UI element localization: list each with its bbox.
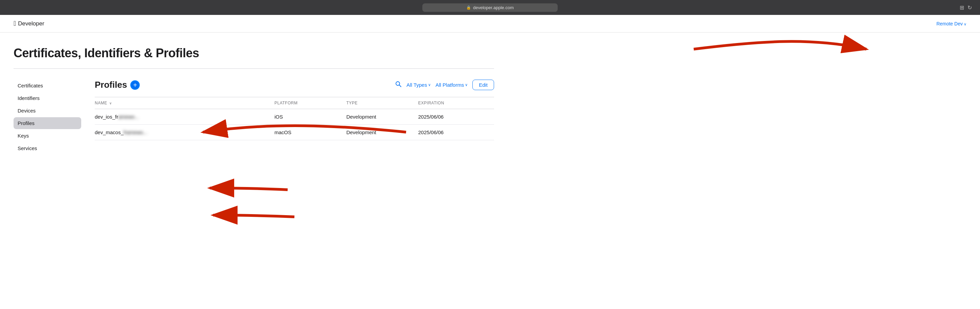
browser-controls: ⊞ ↻	[960, 5, 972, 11]
col-platform: PLATFORM	[274, 97, 346, 109]
profiles-table: NAME ∨ PLATFORM TYPE EXPIRATION	[95, 97, 494, 140]
row-2-name: dev_macos_framewo...	[95, 125, 274, 140]
main-area: Profiles + All Types	[88, 80, 494, 155]
plus-icon: +	[133, 82, 137, 88]
section-title-group: Profiles +	[95, 80, 140, 90]
add-profile-button[interactable]: +	[130, 80, 140, 90]
all-types-label: All Types	[406, 82, 427, 88]
row-2-type: Development	[346, 125, 418, 140]
top-nav:  Developer Remote Dev	[0, 15, 980, 32]
sidebar-item-devices[interactable]: Devices	[14, 105, 81, 117]
name-sort-icon[interactable]: ∨	[109, 101, 112, 105]
sidebar-item-services[interactable]: Services	[14, 142, 81, 154]
row-2-expiration: 2025/06/06	[418, 125, 494, 140]
col-name-label: NAME	[95, 101, 107, 106]
all-platforms-chevron: ∨	[465, 83, 468, 87]
row-2-name-blurred: framewo...	[124, 130, 147, 135]
page-content: Certificates, Identifiers & Profiles Cer…	[0, 32, 508, 168]
col-type: TYPE	[346, 97, 418, 109]
all-platforms-label: All Platforms	[436, 82, 464, 88]
apple-logo:  Developer	[14, 20, 45, 27]
all-platforms-filter[interactable]: All Platforms ∨	[436, 82, 468, 88]
brand-name: Developer	[18, 20, 45, 27]
section-header: Profiles + All Types	[95, 80, 494, 90]
row-1-name-visible: dev_ios_fr	[95, 114, 118, 120]
row-2-name-visible: dev_macos_	[95, 130, 124, 135]
page-wrapper:  Developer Remote Dev Certificates, Ide…	[0, 15, 980, 309]
svg-point-0	[396, 82, 400, 85]
row-1-name-blurred: amewo...	[118, 114, 139, 120]
row-1-platform: iOS	[274, 109, 346, 125]
page-divider	[14, 69, 494, 69]
address-bar[interactable]: 🔒 developer.apple.com	[422, 3, 558, 12]
table-body: dev_ios_framewo... iOS Development 2025/…	[95, 109, 494, 140]
refresh-icon[interactable]: ↻	[967, 5, 972, 11]
page-title: Certificates, Identifiers & Profiles	[14, 46, 494, 60]
col-expiration-label: EXPIRATION	[418, 101, 444, 106]
table-row[interactable]: dev_ios_framewo... iOS Development 2025/…	[95, 109, 494, 125]
col-name: NAME ∨	[95, 97, 274, 109]
sidebar-item-keys[interactable]: Keys	[14, 130, 81, 142]
row-1-type: Development	[346, 109, 418, 125]
lock-icon: 🔒	[466, 5, 471, 10]
col-type-label: TYPE	[346, 101, 357, 106]
section-title: Profiles	[95, 80, 127, 90]
sidebar-item-profiles[interactable]: Profiles	[14, 117, 81, 129]
svg-line-1	[399, 85, 401, 87]
content-layout: Certificates Identifiers Devices Profile…	[14, 80, 494, 155]
all-types-filter[interactable]: All Types ∨	[406, 82, 431, 88]
top-nav-right: Remote Dev	[936, 21, 966, 26]
table-header-row: NAME ∨ PLATFORM TYPE EXPIRATION	[95, 97, 494, 109]
sidebar-item-certificates[interactable]: Certificates	[14, 80, 81, 91]
translate-icon: ⊞	[960, 5, 964, 11]
table-row[interactable]: dev_macos_framewo... macOS Development 2…	[95, 125, 494, 140]
edit-button[interactable]: Edit	[473, 80, 494, 90]
all-types-chevron: ∨	[428, 83, 431, 87]
url-text: developer.apple.com	[473, 5, 514, 10]
account-link[interactable]: Remote Dev	[936, 21, 966, 26]
search-icon[interactable]	[395, 81, 402, 89]
sidebar: Certificates Identifiers Devices Profile…	[14, 80, 88, 155]
col-expiration: EXPIRATION	[418, 97, 494, 109]
section-controls: All Types ∨ All Platforms ∨ Edit	[395, 80, 494, 90]
sidebar-item-identifiers[interactable]: Identifiers	[14, 92, 81, 104]
row-1-name: dev_ios_framewo...	[95, 109, 274, 125]
browser-bar: 🔒 developer.apple.com ⊞ ↻	[0, 0, 980, 15]
apple-symbol: 	[14, 20, 16, 27]
row-1-expiration: 2025/06/06	[418, 109, 494, 125]
col-platform-label: PLATFORM	[274, 101, 298, 106]
row-2-platform: macOS	[274, 125, 346, 140]
